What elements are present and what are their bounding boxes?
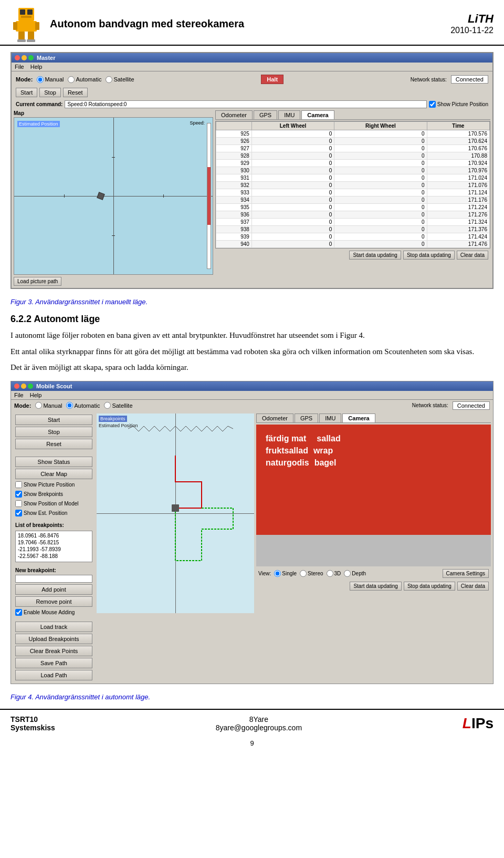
network-status-label1: Network status: xyxy=(411,77,447,82)
menu-file2[interactable]: File xyxy=(14,392,24,398)
radio-depth[interactable]: Depth xyxy=(344,570,366,577)
remove-point-btn[interactable]: Remove point xyxy=(15,596,92,607)
maximize-dot2[interactable] xyxy=(28,384,33,389)
radio-sat2[interactable]: Satellite xyxy=(104,402,132,409)
radio-auto1[interactable]: Automatic xyxy=(68,76,101,83)
clear-data-btn2[interactable]: Clear data xyxy=(457,582,489,591)
camera-settings-btn[interactable]: Camera Settings xyxy=(443,569,489,578)
figure4-caption: Figur 4. Användargränssnittet i autonomt… xyxy=(0,690,504,704)
table-cell: 0 xyxy=(251,167,334,174)
tab-odometer2[interactable]: Odometer xyxy=(256,414,293,422)
title-bar-dots xyxy=(15,55,34,60)
radio-stereo[interactable]: Stereo xyxy=(300,570,323,577)
tick1 xyxy=(64,194,65,198)
clear-data-btn1[interactable]: Clear data xyxy=(457,251,488,260)
checkbox-enable-mouse[interactable]: Enable Mouse Adding xyxy=(15,608,92,616)
checkbox-show-pic[interactable]: Show Picture Position xyxy=(15,481,92,489)
start-button2[interactable]: Start xyxy=(15,415,92,425)
table-row: 93600171.276 xyxy=(216,211,490,219)
stop-data-btn2[interactable]: Stop data updating xyxy=(404,582,455,591)
stop-button2[interactable]: Stop xyxy=(15,427,92,437)
camera-text6: bagel xyxy=(314,458,337,468)
tab-imu1[interactable]: IMU xyxy=(278,110,300,119)
table-cell: 0 xyxy=(251,211,334,219)
tab-gps1[interactable]: GPS xyxy=(254,110,277,119)
halt-button[interactable]: Halt xyxy=(261,75,284,84)
reset-button2[interactable]: Reset xyxy=(15,439,92,449)
new-breakpoint-input[interactable] xyxy=(15,575,92,583)
menu-help1[interactable]: Help xyxy=(30,64,43,70)
stop-data-btn1[interactable]: Stop data updating xyxy=(403,251,455,260)
checkbox-show-est[interactable]: Show Est. Position xyxy=(15,509,92,517)
close-dot[interactable] xyxy=(15,55,20,60)
stop-button1[interactable]: Stop xyxy=(39,88,61,97)
load-path-btn[interactable]: Load Path xyxy=(15,670,92,680)
table-cell: 929 xyxy=(216,160,252,167)
clear-map-btn[interactable]: Clear Map xyxy=(15,469,92,479)
table-cell: 0 xyxy=(251,130,334,138)
show-pos-check1[interactable]: Show Picture Position xyxy=(429,101,488,108)
map-area1: Map Estimated Position xyxy=(14,110,213,286)
view-options-row: View: Single Stereo 3D Depth Camera Sett… xyxy=(256,568,491,579)
table-cell: 0 xyxy=(334,233,427,241)
section-number: 6.2.2 xyxy=(10,314,32,324)
network-status-label2: Network status: xyxy=(412,402,448,408)
footer-email: 8yare@googlegroups.com xyxy=(216,723,302,732)
radio-group2: Manual Automatic Satellite xyxy=(35,402,132,409)
speed-indicator1 xyxy=(207,167,211,225)
minimize-dot2[interactable] xyxy=(21,384,26,389)
add-point-btn[interactable]: Add point xyxy=(15,584,92,595)
radio-3d[interactable]: 3D xyxy=(327,570,341,577)
svg-rect-2 xyxy=(27,9,33,15)
minimize-dot[interactable] xyxy=(22,55,27,60)
start-data-btn1[interactable]: Start data updating xyxy=(349,251,401,260)
title-bar1: Master xyxy=(12,53,492,63)
table-cell: 927 xyxy=(216,145,252,152)
camera-text1: färdig mat xyxy=(266,434,306,443)
table-cell: 932 xyxy=(216,182,252,189)
save-path-btn[interactable]: Save Path xyxy=(15,658,92,668)
page-number: 9 xyxy=(0,737,504,751)
table-cell: 0 xyxy=(251,160,334,167)
start-data-btn2[interactable]: Start data updating xyxy=(350,582,402,591)
tick2 xyxy=(163,194,164,198)
checkbox-show-bp[interactable]: Show Brekpoints xyxy=(15,490,92,498)
load-picture-btn[interactable]: Load picture path xyxy=(14,277,61,286)
show-status-btn[interactable]: Show Status xyxy=(15,457,92,467)
maximize-dot[interactable] xyxy=(28,55,34,60)
tab-odometer1[interactable]: Odometer xyxy=(215,110,253,119)
radio-manual2[interactable]: Manual xyxy=(35,402,62,409)
upload-breakpoints-btn[interactable]: Upload Breakpoints xyxy=(15,634,92,644)
radio-manual1[interactable]: Manual xyxy=(37,76,64,83)
tab-imu2[interactable]: IMU xyxy=(319,414,341,422)
tab-camera1[interactable]: Camera xyxy=(301,110,334,119)
map-label1: Map xyxy=(14,110,213,116)
tick3 xyxy=(112,157,115,158)
tab-gps2[interactable]: GPS xyxy=(295,414,318,422)
radio-auto2[interactable]: Automatic xyxy=(66,402,100,409)
radio-single[interactable]: Single xyxy=(274,570,297,577)
camera-text2: sallad xyxy=(317,434,340,443)
table-cell: 939 xyxy=(216,233,252,241)
table-row: 93800171.376 xyxy=(216,226,490,233)
load-track-btn[interactable]: Load track xyxy=(15,622,92,632)
header-title: Autonom bandvagn med stereokamera xyxy=(50,18,244,30)
start-button1[interactable]: Start xyxy=(16,88,37,97)
reset-button1[interactable]: Reset xyxy=(63,88,88,97)
radio-sat1[interactable]: Satellite xyxy=(106,76,134,83)
btn-row1: Start Stop Reset xyxy=(14,87,490,98)
camera-image: färdig mat sallad fruktsallad wrap natur… xyxy=(256,425,491,566)
close-dot2[interactable] xyxy=(14,384,19,389)
table-cell: 928 xyxy=(216,152,252,160)
svg-rect-3 xyxy=(21,16,32,18)
table-cell: 0 xyxy=(251,189,334,197)
table-cell: 0 xyxy=(251,197,334,204)
menu-help2[interactable]: Help xyxy=(30,392,42,398)
checkbox-show-model[interactable]: Show Position of Model xyxy=(15,500,92,508)
page-header: Autonom bandvagn med stereokamera LiTH 2… xyxy=(0,0,504,46)
table-cell: 0 xyxy=(334,189,427,197)
tab-camera2[interactable]: Camera xyxy=(342,414,375,422)
clear-break-points-btn[interactable]: Clear Break Points xyxy=(15,646,92,656)
breakpoints-list: 18.0961 -86.847619.7046 -56.8215-21.1993… xyxy=(15,531,92,562)
menu-file1[interactable]: File xyxy=(15,64,24,70)
